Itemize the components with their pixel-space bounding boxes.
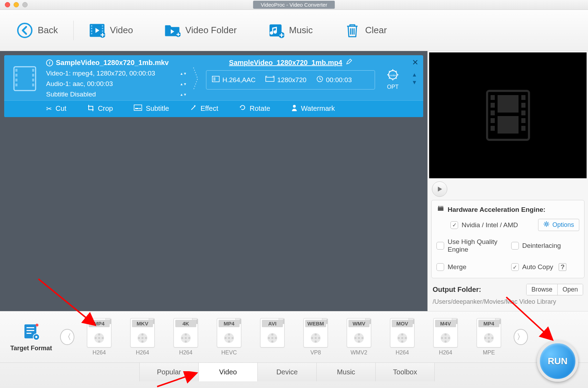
svg-rect-24 — [213, 77, 215, 81]
format-tile[interactable]: M4VH264 — [430, 318, 461, 356]
format-top-label: 4K — [175, 320, 196, 327]
rotate-label: Rotate — [250, 105, 270, 113]
crop-button[interactable]: Crop — [87, 104, 113, 113]
reel-icon — [223, 332, 235, 344]
chevron-right-icon: 〉 — [517, 332, 524, 342]
add-video-button[interactable]: Video — [83, 20, 139, 41]
move-down-icon[interactable]: ▼ — [412, 79, 417, 86]
svg-rect-36 — [491, 110, 495, 115]
deinterlace-checkbox[interactable] — [511, 242, 519, 250]
svg-point-59 — [98, 340, 100, 343]
close-icon[interactable]: ✕ — [412, 58, 418, 67]
svg-point-60 — [95, 337, 97, 339]
cut-button[interactable]: ✂Cut — [46, 104, 66, 113]
conversion-arrow-icon — [191, 59, 200, 98]
back-button[interactable]: Back — [10, 20, 64, 41]
tab-music[interactable]: Music — [316, 363, 376, 381]
format-tile[interactable]: AVI — [257, 318, 288, 356]
autocopy-checkbox[interactable] — [511, 263, 519, 271]
help-icon[interactable]: ? — [559, 263, 566, 271]
svg-rect-7 — [102, 28, 103, 29]
gear-icon — [543, 221, 550, 229]
format-tile[interactable]: MP4HEVC — [213, 318, 245, 356]
format-sub-label: H264 — [439, 350, 452, 356]
tab-toolbox[interactable]: Toolbox — [375, 363, 435, 381]
merge-checkbox[interactable] — [436, 263, 444, 271]
info-icon[interactable]: i — [46, 59, 53, 66]
gear-icon: codec — [385, 67, 400, 82]
subtitle-track-stepper[interactable]: ▲▼ — [181, 93, 186, 96]
add-music-button[interactable]: Music — [262, 20, 319, 41]
format-tile[interactable]: WMVWMV2 — [343, 318, 375, 356]
window-close-icon[interactable] — [5, 2, 10, 7]
svg-point-107 — [444, 340, 447, 343]
hq-engine-checkbox[interactable] — [436, 242, 444, 250]
move-up-icon[interactable]: ▲ — [412, 72, 417, 78]
rename-pencil-icon[interactable] — [346, 59, 352, 67]
output-file-name[interactable]: SampleVideo_1280x720_1mb.mp4 — [229, 59, 342, 67]
format-tile[interactable]: 4KH264 — [170, 318, 201, 356]
output-folder-section: Output Folder: Browse Open /Users/deepan… — [428, 282, 588, 310]
add-video-folder-label: Video Folder — [185, 25, 237, 36]
svg-rect-20 — [32, 74, 34, 77]
svg-point-86 — [315, 337, 317, 339]
format-tile[interactable]: MOVH264 — [387, 318, 418, 356]
format-tile[interactable]: MP4MPE — [473, 318, 505, 356]
svg-point-101 — [401, 340, 403, 343]
tab-device[interactable]: Device — [257, 363, 317, 381]
target-format-icon — [22, 322, 41, 343]
svg-point-96 — [354, 337, 357, 339]
add-video-folder-button[interactable]: Video Folder — [158, 20, 243, 41]
svg-point-99 — [401, 333, 403, 336]
format-tile[interactable]: MKVH264 — [127, 318, 158, 356]
video-track-stepper[interactable]: ▲▼ — [181, 72, 186, 76]
format-sub-label: HEVC — [221, 350, 237, 356]
format-tile[interactable]: MP4H264 — [83, 318, 115, 356]
window-minimize-icon[interactable] — [14, 2, 19, 7]
format-top-label: MP4 — [89, 320, 110, 327]
clear-button[interactable]: Clear — [338, 20, 393, 41]
accel-options-button[interactable]: Options — [538, 219, 579, 231]
svg-point-93 — [358, 333, 360, 336]
rotate-button[interactable]: Rotate — [239, 104, 270, 113]
format-next-button[interactable]: 〉 — [514, 329, 528, 345]
svg-point-65 — [141, 340, 144, 343]
target-format-section[interactable]: Target Format — [8, 322, 54, 352]
browse-button[interactable]: Browse — [527, 284, 557, 295]
svg-point-83 — [271, 340, 273, 343]
format-sub-label: H264 — [136, 350, 149, 356]
codec-options-button[interactable]: codec OPT — [381, 59, 405, 98]
effect-button[interactable]: Effect — [190, 104, 218, 113]
accel-header-label: Hardware Acceleration Engine: — [448, 206, 545, 214]
svg-point-56 — [98, 337, 100, 339]
person-icon — [291, 104, 297, 113]
svg-point-111 — [488, 333, 490, 336]
audio-track-stepper[interactable]: ▲▼ — [181, 82, 186, 86]
format-top-label: WMV — [348, 320, 369, 327]
svg-rect-37 — [491, 118, 495, 123]
svg-rect-6 — [102, 25, 103, 27]
svg-point-64 — [145, 337, 147, 339]
deinterlace-label: Deinterlacing — [522, 242, 561, 250]
back-arrow-icon — [17, 22, 33, 38]
svg-point-113 — [488, 340, 490, 343]
reel-icon — [353, 332, 365, 344]
run-button[interactable]: RUN — [537, 340, 578, 382]
format-prev-button[interactable]: 〈 — [60, 329, 74, 345]
subtitle-button[interactable]: Subtitle — [134, 104, 169, 113]
nvidia-label: Nvidia / Intel / AMD — [462, 221, 518, 229]
svg-point-102 — [398, 337, 400, 339]
play-button[interactable] — [432, 181, 447, 197]
conversion-queue: ✕ i SampleVideo_1280x720_1mb.mkv Video-1… — [0, 51, 427, 311]
nvidia-checkbox[interactable] — [450, 221, 458, 229]
format-tile[interactable]: WEBMVP8 — [300, 318, 331, 356]
window-title: VideoProc - Video Converter — [253, 1, 335, 9]
tab-popular[interactable]: Popular — [139, 363, 199, 381]
tab-video[interactable]: Video — [198, 363, 258, 381]
svg-rect-51 — [27, 333, 31, 334]
svg-rect-16 — [15, 74, 17, 77]
watermark-button[interactable]: Watermark — [291, 104, 335, 113]
queue-item[interactable]: ✕ i SampleVideo_1280x720_1mb.mkv Video-1… — [4, 55, 423, 117]
open-button[interactable]: Open — [557, 284, 583, 295]
format-sub-label: H264 — [179, 350, 192, 356]
